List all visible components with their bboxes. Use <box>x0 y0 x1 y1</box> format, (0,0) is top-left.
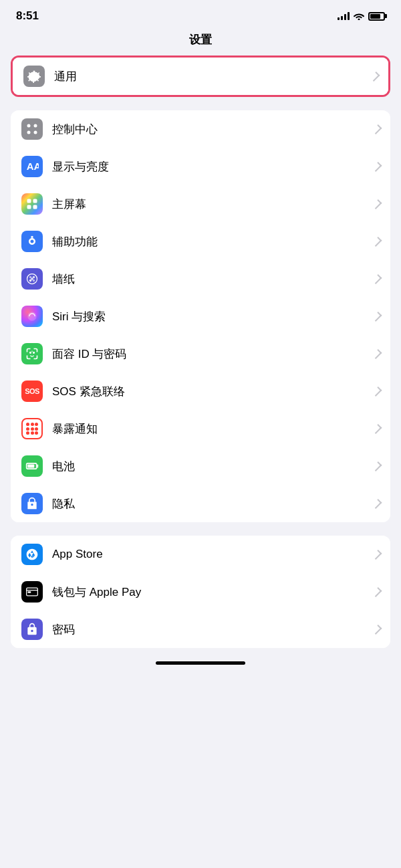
privacy-chevron <box>372 499 382 509</box>
general-icon <box>23 66 45 87</box>
battery-icon <box>368 12 385 21</box>
settings-row-privacy[interactable]: 隐私 <box>11 485 390 522</box>
exposure-chevron <box>372 424 382 434</box>
faceid-chevron <box>372 349 382 359</box>
settings-row-general[interactable]: 通用 <box>13 58 388 95</box>
settings-row-exposure[interactable]: 暴露通知 <box>11 410 390 447</box>
faceid-label: 面容 ID 与密码 <box>52 346 369 362</box>
svg-point-13 <box>29 280 31 282</box>
appstore-chevron <box>372 550 382 560</box>
appstore-label: App Store <box>52 548 369 561</box>
svg-point-3 <box>34 131 37 134</box>
display-label: 显示与亮度 <box>52 159 369 175</box>
passwords-chevron <box>372 625 382 635</box>
svg-rect-6 <box>33 199 37 203</box>
accessibility-icon <box>21 231 43 252</box>
accessibility-chevron <box>372 237 382 247</box>
svg-point-18 <box>33 352 35 354</box>
wallet-icon <box>21 581 43 603</box>
settings-row-sos[interactable]: SOS SOS 紧急联络 <box>11 372 390 410</box>
svg-point-1 <box>34 124 37 128</box>
svg-point-9 <box>31 236 33 238</box>
svg-point-0 <box>27 124 31 128</box>
settings-row-battery[interactable]: 电池 <box>11 447 390 485</box>
wallet-chevron <box>372 587 382 597</box>
control-center-chevron <box>372 124 382 134</box>
general-chevron <box>370 72 380 82</box>
display-icon: AA <box>21 156 43 177</box>
svg-point-12 <box>33 276 35 278</box>
siri-label: Siri 与搜索 <box>52 309 369 324</box>
settings-row-wallet[interactable]: 钱包与 Apple Pay <box>11 573 390 611</box>
exposure-label: 暴露通知 <box>52 421 369 437</box>
exposure-icon <box>21 418 43 439</box>
settings-row-passwords[interactable]: 密码 <box>11 611 390 648</box>
faceid-icon <box>21 343 43 364</box>
privacy-label: 隐私 <box>52 496 369 512</box>
highlighted-settings-group: 通用 <box>11 56 390 97</box>
settings-row-display[interactable]: AA 显示与亮度 <box>11 148 390 185</box>
svg-point-15 <box>31 278 33 280</box>
svg-rect-8 <box>33 205 37 209</box>
wallet-label: 钱包与 Apple Pay <box>52 584 369 600</box>
status-time: 8:51 <box>16 9 39 23</box>
svg-point-14 <box>33 280 35 282</box>
status-icons <box>338 12 385 21</box>
battery-label: 电池 <box>52 459 369 474</box>
accessibility-label: 辅助功能 <box>52 234 369 249</box>
main-settings-group: 控制中心 AA 显示与亮度 主屏幕 <box>11 110 390 522</box>
settings-row-wallpaper[interactable]: 墙纸 <box>11 260 390 298</box>
sos-chevron <box>372 387 382 397</box>
settings-row-siri[interactable]: Siri 与搜索 <box>11 298 390 335</box>
svg-point-17 <box>30 352 31 354</box>
passwords-label: 密码 <box>52 622 369 637</box>
wallpaper-label: 墙纸 <box>52 272 369 287</box>
settings-row-control-center[interactable]: 控制中心 <box>11 110 390 148</box>
svg-rect-7 <box>27 205 31 209</box>
settings-row-accessibility[interactable]: 辅助功能 <box>11 223 390 260</box>
sos-label: SOS 紧急联络 <box>52 384 369 399</box>
svg-rect-20 <box>27 465 34 468</box>
password-icon <box>21 619 43 640</box>
battery-chevron <box>372 461 382 471</box>
page-title: 设置 <box>0 27 401 56</box>
svg-text:AA: AA <box>27 160 39 172</box>
privacy-icon <box>21 493 43 514</box>
home-screen-label: 主屏幕 <box>52 197 369 212</box>
settings-row-faceid[interactable]: 面容 ID 与密码 <box>11 335 390 372</box>
siri-chevron <box>372 312 382 322</box>
bottom-settings-group: App Store 钱包与 Apple Pay 密码 <box>11 536 390 648</box>
display-chevron <box>372 162 382 172</box>
control-center-icon <box>21 118 43 140</box>
svg-point-11 <box>29 276 31 278</box>
general-label: 通用 <box>54 69 367 84</box>
settings-row-home-screen[interactable]: 主屏幕 <box>11 185 390 223</box>
home-screen-icon <box>21 193 43 215</box>
wallpaper-icon <box>21 268 43 290</box>
svg-rect-22 <box>27 591 31 593</box>
control-center-label: 控制中心 <box>52 122 369 137</box>
signal-icon <box>338 12 350 20</box>
svg-point-2 <box>27 131 31 134</box>
wallpaper-chevron <box>372 274 382 284</box>
status-bar: 8:51 <box>0 0 401 27</box>
appstore-icon <box>21 544 43 565</box>
battery-settings-icon <box>21 455 43 477</box>
home-indicator <box>156 661 245 665</box>
settings-row-appstore[interactable]: App Store <box>11 536 390 573</box>
wifi-icon <box>354 12 364 20</box>
home-screen-chevron <box>372 199 382 209</box>
svg-rect-5 <box>27 199 31 203</box>
siri-icon <box>21 306 43 327</box>
sos-icon: SOS <box>21 381 43 402</box>
